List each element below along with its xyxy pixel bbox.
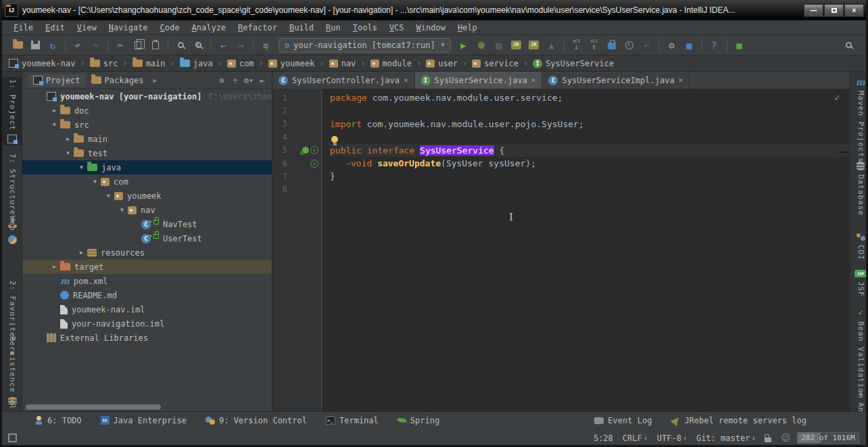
paste-icon[interactable]	[147, 37, 164, 53]
search-everywhere-icon[interactable]	[840, 37, 857, 53]
hector-widget[interactable]: ☺	[778, 433, 793, 443]
vcs-update-icon[interactable]: VCS↓	[569, 37, 585, 53]
run-icon[interactable]: ▶	[456, 37, 472, 53]
collapse-arrow-icon[interactable]: ▼	[62, 150, 74, 156]
project-structure-icon[interactable]: ▦	[681, 37, 698, 53]
stripe-button-maven-projects[interactable]: mMaven Projects	[850, 76, 868, 165]
collapse-arrow-icon[interactable]: ▼	[116, 207, 128, 213]
expand-arrow-icon[interactable]: ▶	[76, 250, 87, 256]
menu-tools[interactable]: Tools	[347, 22, 383, 34]
line-separator-widget[interactable]: CRLF↕	[620, 433, 650, 443]
stripe-button-1-project[interactable]: 1: Project	[2, 77, 22, 145]
tree-row-com[interactable]: ▼com	[22, 174, 272, 189]
toggle-stripes-icon[interactable]	[8, 433, 17, 442]
minimize-button[interactable]: —	[804, 4, 823, 17]
collapse-all-icon[interactable]: ÷	[228, 76, 242, 85]
encoding-widget[interactable]: UTF-8↕	[654, 433, 690, 443]
jrebel-debug-icon[interactable]: JR	[526, 37, 542, 53]
tree-row-youmeek[interactable]: ▼youmeek	[22, 189, 272, 203]
tool-button-spring[interactable]: Spring	[397, 416, 439, 425]
breadcrumb-item-sysuserservice[interactable]: ISysUserService	[533, 59, 614, 68]
changed-lines-icon[interactable]: ≡	[258, 37, 274, 53]
tree-row-readme-md[interactable]: README.md	[22, 288, 272, 302]
caret-position-widget[interactable]: 5:28	[591, 433, 616, 443]
jrebel-run-icon[interactable]: JR	[508, 37, 525, 53]
tree-row-doc[interactable]: ▶doc	[22, 103, 272, 118]
tree-row-pom-xml[interactable]: mpom.xml	[22, 274, 272, 288]
settings-gear-icon[interactable]: ⚙▾	[242, 76, 256, 85]
menu-file[interactable]: File	[7, 22, 39, 34]
breadcrumb-item-youmeek-nav[interactable]: youmeek-nav	[9, 59, 75, 68]
tree-row-navtest[interactable]: CNavTest	[22, 217, 272, 231]
panel-tab-packages[interactable]: Packages	[86, 74, 149, 87]
stripe-button-database[interactable]: Database	[850, 160, 868, 218]
locate-icon[interactable]: ⊕	[215, 76, 228, 85]
settings-icon[interactable]: ⚙	[664, 37, 680, 53]
history-icon[interactable]	[621, 37, 637, 53]
tree-row-nav[interactable]: ▼nav	[22, 203, 272, 217]
code-editor[interactable]: 12345↓6↓78 package com.youmeek.nav.modul…	[272, 89, 850, 411]
horizontal-scrollbar[interactable]	[26, 404, 161, 410]
open-folder-icon[interactable]	[9, 37, 26, 53]
tool-button-6-todo[interactable]: 6: TODO	[34, 416, 82, 425]
menu-code[interactable]: Code	[154, 22, 186, 34]
tool-button-event-log[interactable]: Event Log	[594, 416, 652, 425]
menu-view[interactable]: View	[71, 22, 103, 34]
inspections-ok-icon[interactable]: ✓	[835, 92, 840, 103]
close-tab-icon[interactable]: ×	[679, 76, 683, 85]
stripe-button-el[interactable]: el	[2, 398, 22, 412]
editor-tab-sysuserserviceimpl-java[interactable]: CSysUserServiceImpl.java×	[542, 72, 690, 89]
menu-navigate[interactable]: Navigate	[103, 22, 154, 34]
breadcrumb-item-module[interactable]: module	[370, 59, 412, 68]
coverage-icon[interactable]: ▧	[491, 37, 507, 53]
copy-icon[interactable]	[130, 37, 146, 53]
breadcrumb-item-nav[interactable]: nav	[329, 59, 356, 68]
find-icon[interactable]	[172, 37, 189, 53]
breadcrumb-item-com[interactable]: com	[227, 59, 254, 68]
implemented-marker-icon[interactable]: ↓	[310, 146, 318, 154]
expand-arrow-icon[interactable]: ▶	[49, 108, 60, 114]
collapse-arrow-icon[interactable]: ▼	[89, 179, 101, 185]
intention-bulb-icon[interactable]	[331, 136, 338, 143]
replace-icon[interactable]	[190, 37, 206, 53]
breadcrumb-item-java[interactable]: java	[180, 59, 213, 68]
stripe-button-web[interactable]: Web	[2, 214, 22, 246]
menu-run[interactable]: Run	[320, 22, 347, 34]
close-tab-icon[interactable]: ×	[531, 76, 536, 85]
redo-icon[interactable]: ↷	[87, 37, 103, 53]
tree-row-src[interactable]: ▼src	[22, 118, 272, 132]
menu-help[interactable]: Help	[452, 22, 483, 34]
menu-window[interactable]: Window	[410, 22, 452, 34]
maximize-button[interactable]	[824, 4, 844, 17]
code-pane[interactable]: package com.youmeek.nav.module.user.serv…	[322, 89, 850, 411]
breadcrumb-item-src[interactable]: src	[90, 59, 118, 68]
tool-button-terminal[interactable]: >_Terminal	[326, 416, 379, 425]
stripe-button-persistence[interactable]: Persistence	[2, 334, 22, 407]
menu-build[interactable]: Build	[283, 22, 320, 34]
jrebel-sync-icon[interactable]: ▦	[731, 37, 748, 53]
forward-icon[interactable]: →	[233, 37, 249, 53]
save-all-icon[interactable]	[27, 37, 43, 53]
undo-icon[interactable]: ↶	[70, 37, 86, 53]
hide-panel-icon[interactable]: ⇤	[256, 76, 269, 85]
breadcrumb-item-youmeek[interactable]: youmeek	[268, 59, 315, 68]
breadcrumb-item-main[interactable]: main	[132, 59, 166, 68]
more-views-icon[interactable]: ▶	[153, 77, 156, 84]
menu-refactor[interactable]: Refactor	[232, 22, 283, 34]
rollback-icon[interactable]: ↶	[639, 37, 655, 53]
vcs-branch-widget[interactable]: Git: master↕	[694, 433, 758, 443]
tree-row-external-libraries[interactable]: External Libraries	[22, 331, 272, 345]
collapse-arrow-icon[interactable]: ▼	[49, 122, 60, 128]
memory-indicator[interactable]: 282 of 1016M	[797, 432, 859, 444]
tree-row-usertest[interactable]: CUserTest	[22, 231, 272, 245]
breadcrumb-item-user[interactable]: user	[426, 59, 458, 68]
lock-widget[interactable]	[762, 434, 774, 442]
tree-row-java[interactable]: ▼java	[22, 160, 272, 174]
expand-arrow-icon[interactable]: ▶	[62, 136, 74, 142]
cut-icon[interactable]: ✂	[112, 37, 128, 53]
run-configuration-combo[interactable]: ⚙ your-navigation [tomcat7:run] ▼	[279, 38, 451, 53]
tree-row-your-navigation-iml[interactable]: your-navigation.iml	[22, 316, 272, 331]
debug-icon[interactable]	[473, 37, 489, 53]
menu-analyze[interactable]: Analyze	[186, 22, 233, 34]
tool-button-9-version-control[interactable]: 9: Version Control	[206, 416, 307, 425]
